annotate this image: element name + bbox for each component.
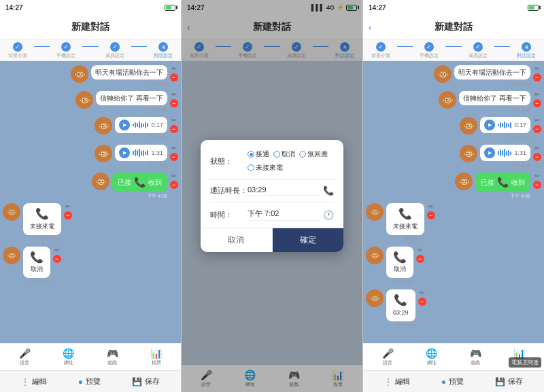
r-edit-icon-2[interactable]: ✏	[534, 91, 540, 98]
r-avatar-5: 🐵	[455, 173, 473, 190]
radio-missed[interactable]: 未接來電	[248, 163, 283, 173]
r-audio-time-2: 下午 4:03	[480, 162, 530, 169]
r-row-actions-2[interactable]: ✏ −	[533, 91, 541, 107]
edit-icon-2[interactable]: ✏	[171, 91, 177, 98]
r-call-missed: 📞 未接來電	[386, 203, 424, 234]
edit-button-right[interactable]: ⋮ 編輯	[384, 376, 410, 387]
row-actions-1[interactable]: ✏ −	[170, 65, 178, 82]
radio-wuhui[interactable]: 無回應	[299, 149, 328, 159]
step-2-left: ✓ 手機設定	[50, 42, 82, 59]
row-actions-5[interactable]: ✏ −	[170, 173, 178, 189]
toolbar-item-vote[interactable]: 📊 投票	[150, 348, 162, 366]
r-edit-icon-7[interactable]: ✏	[418, 247, 423, 253]
radio-circle-wuhui[interactable]	[299, 151, 306, 158]
toolbar-item-globe-r[interactable]: 🌐 網址	[426, 348, 437, 366]
edit-icon-4[interactable]: ✏	[171, 145, 177, 152]
toolbar-item-game-r[interactable]: 🎮 遊戲	[470, 348, 481, 366]
waveform-1	[133, 121, 148, 129]
delete-icon-4[interactable]: −	[170, 153, 178, 161]
r-edit-icon-6[interactable]: ✏	[428, 203, 434, 210]
save-button-left[interactable]: 💾 保存	[132, 376, 160, 387]
edit-icon-3[interactable]: ✏	[171, 117, 177, 124]
edit-icon-5[interactable]: ✏	[171, 173, 177, 179]
row-actions-6[interactable]: ✏ −	[64, 203, 72, 219]
step-3-left: ✓ 成員設定	[99, 42, 131, 59]
play-btn-1[interactable]: ▶	[119, 120, 130, 130]
r-chat-row-2: ✏ − 信轉給你了 再看一下 下午 4:04 🐵	[366, 91, 541, 113]
status-icons-right	[528, 5, 539, 11]
header-title-left: 新建對話	[71, 21, 109, 33]
row-actions-3[interactable]: ✏ −	[170, 117, 178, 133]
r-row-actions-8[interactable]: ✏ −	[418, 289, 426, 306]
r-row-actions-1[interactable]: ✏ −	[533, 65, 541, 82]
chat-row-2: ✏ − 信轉給你了 再看一下 下午 4:04 🐵	[3, 91, 178, 113]
preview-button-right[interactable]: ● 預覽	[441, 376, 464, 387]
mic-icon: 🎤	[19, 348, 31, 359]
edit-icon-7[interactable]: ✏	[54, 247, 60, 253]
toolbar-item-mic[interactable]: 🎤 語音	[19, 348, 31, 366]
row-actions-2[interactable]: ✏ −	[170, 91, 178, 107]
r-call-duration: 📞 03:29	[386, 289, 415, 321]
radio-quxiao[interactable]: 取消	[273, 149, 295, 159]
avatar-7: 🐵	[3, 247, 20, 264]
r-delete-icon-5[interactable]: −	[533, 181, 541, 189]
r-delete-icon-8[interactable]: −	[418, 298, 426, 306]
edit-button-left[interactable]: ⋮ 編輯	[21, 376, 47, 387]
bubble-time-1: 下午 4:04	[91, 81, 167, 88]
r-delete-icon-4[interactable]: −	[533, 153, 541, 161]
duration-value[interactable]: 03:29	[248, 185, 320, 196]
r-edit-icon-3[interactable]: ✏	[534, 117, 540, 124]
edit-icon-6[interactable]: ✏	[65, 203, 71, 210]
r-delete-icon-6[interactable]: −	[427, 211, 435, 219]
radio-circle-jiētōng[interactable]	[248, 151, 254, 158]
delete-icon-3[interactable]: −	[170, 125, 178, 133]
divider-2	[210, 202, 334, 203]
r-row-actions-3[interactable]: ✏ −	[533, 117, 541, 133]
back-arrow-right[interactable]: ‹	[369, 22, 372, 33]
delete-icon-5[interactable]: −	[170, 181, 178, 189]
r-row-actions-7[interactable]: ✏ −	[416, 247, 424, 263]
r-chat-row-7: 🐵 📞 取消 下午 7:00 ✏ −	[366, 247, 541, 286]
phone-dialog-icon: 📞	[323, 185, 334, 196]
call-bubble-cancel: 📞 取消	[23, 247, 50, 278]
r-play-btn-1[interactable]: ▶	[484, 120, 495, 130]
preview-button-left[interactable]: ● 預覽	[78, 376, 101, 387]
r-delete-icon-7[interactable]: −	[416, 255, 424, 263]
step-label-1-left: 背景介面	[8, 52, 27, 59]
clock-dialog-icon: 🕐	[323, 210, 334, 220]
r-edit-icon-5[interactable]: ✏	[534, 173, 540, 179]
r-row-actions-5[interactable]: ✏ −	[533, 173, 541, 189]
save-button-right[interactable]: 💾 保存	[495, 376, 523, 387]
delete-icon-6[interactable]: −	[64, 211, 72, 219]
r-edit-icon-1[interactable]: ✏	[534, 65, 540, 72]
battery-icon-left	[165, 5, 175, 11]
toolbar-item-game[interactable]: 🎮 遊戲	[107, 348, 118, 366]
time-value[interactable]: 下午 7:02	[248, 209, 320, 221]
r-edit-icon-8[interactable]: ✏	[420, 289, 425, 296]
row-actions-4[interactable]: ✏ −	[170, 145, 178, 161]
r-delete-icon-1[interactable]: −	[533, 73, 541, 82]
dialog-cancel-btn[interactable]: 取消	[201, 228, 273, 252]
r-delete-icon-2[interactable]: −	[533, 99, 541, 107]
play-btn-2[interactable]: ▶	[119, 147, 130, 158]
delete-icon-7[interactable]: −	[53, 255, 61, 263]
r-play-btn-2[interactable]: ▶	[484, 147, 495, 158]
row-actions-7[interactable]: ✏ −	[53, 247, 61, 263]
r-edit-icon-4[interactable]: ✏	[534, 145, 540, 152]
status-icons-left	[165, 5, 175, 11]
toolbar-item-globe[interactable]: 🌐 網址	[63, 348, 74, 366]
dialog-confirm-btn[interactable]: 確定	[273, 228, 344, 252]
edit-icon-1[interactable]: ✏	[171, 65, 177, 72]
radio-circle-missed[interactable]	[248, 164, 254, 171]
r-delete-icon-3[interactable]: −	[533, 125, 541, 133]
delete-icon-1[interactable]: −	[170, 73, 178, 82]
r-row-actions-6[interactable]: ✏ −	[427, 203, 435, 219]
phone-header-left: 新建對話	[0, 15, 181, 39]
r-row-actions-4[interactable]: ✏ −	[533, 145, 541, 161]
delete-icon-2[interactable]: −	[170, 99, 178, 107]
r-bubble-wrapper-4: ▶ 1:31 下午 4:03	[480, 145, 530, 169]
radio-circle-quxiao[interactable]	[273, 151, 280, 158]
step-circle-2-right: ✓	[424, 42, 434, 52]
radio-jiētōng[interactable]: 接通	[248, 149, 269, 159]
toolbar-item-mic-r[interactable]: 🎤 語音	[382, 348, 394, 366]
